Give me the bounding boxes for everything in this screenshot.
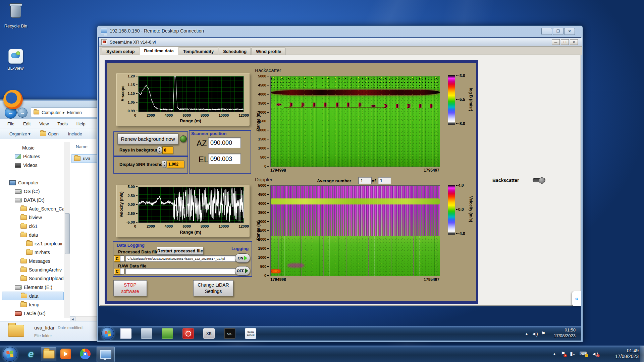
tree-item[interactable]: DATA (D:) bbox=[2, 196, 64, 204]
tree-item[interactable]: Auto_Screen_Ca bbox=[2, 204, 64, 213]
tree-item[interactable]: Music bbox=[2, 143, 64, 152]
tree-item-icon bbox=[20, 302, 27, 307]
organize-button[interactable]: Organize ▾ bbox=[9, 131, 31, 136]
remote-taskbar-icon[interactable]: C:\_ bbox=[224, 328, 235, 339]
tree-item[interactable]: temp bbox=[2, 300, 64, 309]
processed-logging-on-switch[interactable]: ON bbox=[235, 253, 250, 263]
taskbar-rdp-icon[interactable] bbox=[97, 347, 115, 362]
tree-item[interactable]: blview bbox=[2, 213, 64, 222]
include-button[interactable]: Include bbox=[68, 131, 82, 136]
raw-path-browse-icon[interactable] bbox=[120, 268, 124, 275]
processed-path-browse-icon[interactable] bbox=[120, 255, 124, 262]
tree-item[interactable]: Videos bbox=[2, 161, 64, 170]
az-value-field[interactable]: 090.000 bbox=[208, 137, 241, 148]
tree-item[interactable]: cl61 bbox=[2, 222, 64, 231]
tree-item-label: SoundingUpload bbox=[29, 274, 64, 283]
average-of-field[interactable]: 1 bbox=[378, 177, 391, 184]
tree-item[interactable]: OS (C:) bbox=[2, 187, 64, 196]
processed-path-field[interactable]: C:\Lidar\Data\Proc\2023\202308\20230817\… bbox=[125, 255, 236, 262]
taskbar-ie-icon[interactable]: e bbox=[23, 347, 38, 361]
tree-item[interactable]: data bbox=[2, 292, 64, 300]
tree-item[interactable]: Elements (E:) bbox=[2, 283, 64, 292]
tab[interactable]: System setup bbox=[102, 48, 139, 55]
taskbar-chrome-icon[interactable] bbox=[78, 347, 93, 361]
backscatter-doppler-toggle[interactable] bbox=[533, 178, 545, 182]
streamline-minimize-button[interactable]: — bbox=[552, 39, 560, 45]
name-column-header[interactable]: Name bbox=[76, 144, 88, 149]
rays-value-field[interactable]: 8 bbox=[162, 146, 173, 154]
tree-item[interactable]: Pictures bbox=[2, 152, 64, 161]
action-center-icon[interactable]: ⚑✕ bbox=[561, 351, 565, 357]
rdp-titlebar[interactable]: 192.168.0.150 - Remote Desktop Connectio… bbox=[101, 28, 204, 34]
restart-processed-file-button[interactable]: Restart processed file bbox=[157, 247, 203, 255]
snr-value-field[interactable]: 1.002 bbox=[167, 161, 184, 168]
menu-item[interactable]: File bbox=[7, 121, 14, 126]
scrollbar-thumb[interactable] bbox=[65, 213, 70, 254]
menu-item[interactable]: Edit bbox=[23, 121, 31, 126]
remote-tray-expand-icon[interactable]: ▲ bbox=[525, 332, 528, 336]
tree-item[interactable]: iss1-purpleair- bbox=[2, 239, 64, 248]
renew-background-button[interactable]: Renew background now bbox=[117, 133, 178, 144]
tab[interactable]: Scheduling bbox=[219, 48, 251, 55]
tree-item[interactable]: LaCie (G:) bbox=[2, 309, 64, 318]
remote-taskbar-icon[interactable] bbox=[162, 328, 173, 339]
tab[interactable]: Wind profile bbox=[252, 48, 285, 55]
rays-spinner[interactable] bbox=[157, 146, 162, 154]
tree-item-label: SoundingArchiv bbox=[29, 265, 62, 274]
tab[interactable]: Real time data bbox=[140, 46, 178, 55]
remote-flag-icon[interactable]: ⚑ bbox=[541, 330, 545, 337]
power-battery-icon[interactable]: ▮⌁ bbox=[570, 351, 575, 357]
forward-button[interactable]: → bbox=[17, 108, 28, 118]
tree-vertical-scrollbar[interactable] bbox=[64, 142, 70, 318]
remote-taskbar-icon[interactable]: XR bbox=[203, 328, 215, 339]
open-button[interactable]: Open bbox=[40, 131, 59, 136]
breadcrumb-computer[interactable]: Computer bbox=[42, 110, 61, 115]
network-icon[interactable]: ⌨! bbox=[580, 351, 587, 357]
tree-item[interactable]: data bbox=[2, 231, 64, 239]
breadcrumb-elements[interactable]: Elemen bbox=[67, 110, 82, 115]
volume-muted-icon[interactable]: ◄)⃠ bbox=[591, 351, 598, 357]
teamviewer-panel-tab[interactable]: « bbox=[572, 291, 581, 306]
tray-expand-icon[interactable]: ▲ bbox=[553, 352, 556, 356]
menu-item[interactable]: Tools bbox=[57, 121, 67, 126]
streamline-restore-button[interactable]: ❒ bbox=[561, 39, 569, 45]
menu-item[interactable]: View bbox=[39, 121, 49, 126]
show-desktop-button[interactable] bbox=[640, 346, 644, 362]
horizontal-scrollbar[interactable]: ◀ bbox=[70, 316, 97, 321]
firefox-icon[interactable] bbox=[3, 90, 23, 109]
velocity-x-axis-label: Range (m) bbox=[180, 230, 201, 235]
taskbar-clock[interactable]: 01:49 17/08/2023 bbox=[608, 348, 639, 359]
average-number-field[interactable]: 1 bbox=[358, 177, 372, 184]
tab[interactable]: Temp/humidity bbox=[179, 48, 218, 55]
rdp-minimize-button[interactable]: — bbox=[541, 28, 552, 35]
snr-spinner[interactable] bbox=[162, 160, 167, 168]
breadcrumb[interactable]: Computer ▸ Elemen bbox=[31, 107, 99, 117]
menu-item[interactable]: Help bbox=[76, 121, 86, 126]
tree-item[interactable]: SoundingArchiv bbox=[2, 265, 64, 274]
remote-taskbar-icon[interactable] bbox=[141, 328, 152, 339]
tree-item[interactable]: Messages bbox=[2, 257, 64, 265]
tree-item[interactable]: SoundingUpload bbox=[2, 274, 64, 283]
remote-taskbar-icon[interactable] bbox=[182, 328, 194, 339]
stop-software-button[interactable]: STOPsoftware bbox=[113, 280, 147, 296]
rdp-maximize-button[interactable]: ❒ bbox=[553, 28, 564, 35]
taskbar-media-player-icon[interactable] bbox=[58, 347, 73, 361]
remote-volume-icon[interactable]: ◄) bbox=[531, 331, 538, 337]
remote-taskbar-icon[interactable]: Scan sched bbox=[245, 328, 256, 339]
raw-logging-off-switch[interactable]: OFF bbox=[235, 266, 250, 276]
file-item-uva[interactable]: uva_ bbox=[71, 154, 98, 163]
raw-path-field[interactable] bbox=[125, 268, 236, 275]
remote-taskbar-icon[interactable] bbox=[120, 328, 131, 339]
remote-start-button[interactable] bbox=[101, 327, 114, 340]
change-lidar-settings-button[interactable]: Change LiDARSettings bbox=[193, 280, 233, 296]
tree-item[interactable]: Computer bbox=[2, 178, 64, 187]
remote-taskbar-icon[interactable] bbox=[266, 328, 276, 338]
streamline-close-button[interactable]: ✕ bbox=[570, 39, 578, 45]
taskbar-explorer-icon[interactable] bbox=[41, 347, 56, 361]
el-value-field[interactable]: 090.003 bbox=[208, 154, 241, 164]
start-button[interactable] bbox=[3, 347, 17, 362]
streamline-titlebar[interactable]: StreamLine XR v14-6.vi bbox=[99, 38, 582, 47]
tree-item[interactable]: m2hats bbox=[2, 248, 64, 257]
remote-clock[interactable]: 01:50 17/08/2023 bbox=[549, 327, 576, 339]
rdp-close-button[interactable]: ✕ bbox=[564, 28, 575, 35]
